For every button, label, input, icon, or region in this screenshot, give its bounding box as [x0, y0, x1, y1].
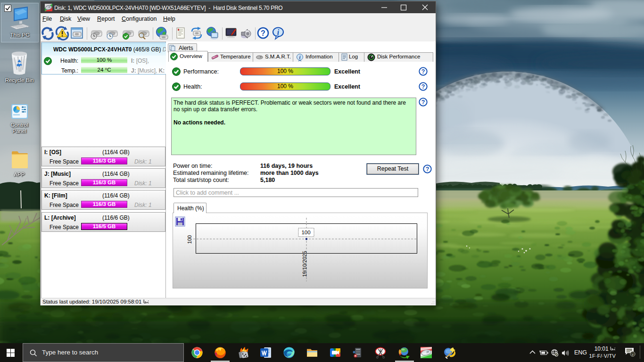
svg-text:?: ? — [421, 99, 425, 106]
svg-text:100: 100 — [301, 230, 310, 235]
svg-text:?: ? — [421, 83, 425, 90]
svg-text:?: ? — [421, 68, 425, 75]
svg-text:?: ? — [426, 166, 429, 173]
svg-text:19/10/2025: 19/10/2025 — [302, 251, 307, 277]
svg-text:?: ? — [261, 29, 265, 37]
svg-text:100: 100 — [187, 235, 192, 244]
svg-text:i: i — [277, 28, 280, 36]
